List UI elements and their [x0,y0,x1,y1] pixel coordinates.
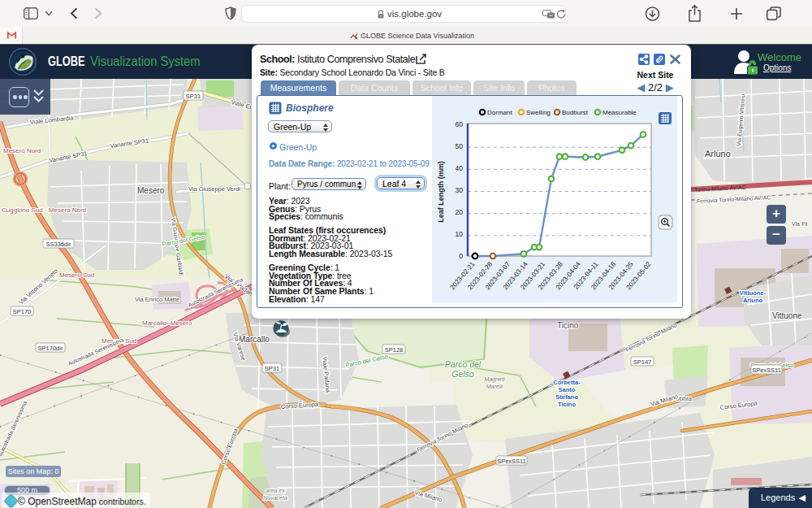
svg-text:Leaf Length (mm): Leaf Length (mm) [437,161,445,223]
svg-text:Marcallo–Mesero: Marcallo–Mesero [142,319,192,327]
svg-text:Marcallo: Marcallo [239,335,270,344]
svg-text:Novaceta: Novaceta [263,495,287,501]
svg-text:50: 50 [456,142,464,150]
svg-text:Vittuone-: Vittuone- [740,289,767,297]
svg-text:Vittuone: Vittuone [772,311,802,320]
svg-text:SP31: SP31 [265,365,279,372]
svg-text:SP147: SP147 [633,358,652,366]
svg-text:40: 40 [456,164,464,172]
svg-text:Swelling: Swelling [526,109,551,116]
svg-text:Via Fil: Via Fil [792,221,808,227]
svg-text:Via Enrico Matte: Via Enrico Matte [135,296,179,303]
svg-text:30: 30 [456,186,464,194]
svg-text:Ticino: Ticino [557,321,579,330]
svg-text:Parco del: Parco del [445,359,482,369]
svg-text:Arluno: Arluno [705,149,731,158]
svg-text:Cuggiono Sud · Mesero Nord: Cuggiono Sud · Mesero Nord [2,206,86,214]
svg-text:Mesero Nord: Mesero Nord [3,147,41,154]
svg-text:Budburst: Budburst [562,109,589,116]
svg-text:SP128: SP128 [385,346,404,354]
svg-text:Via Giuseppe Verdi: Via Giuseppe Verdi [188,185,240,193]
svg-text:Measurable: Measurable [603,109,637,116]
svg-text:Ticino: Ticino [558,401,576,408]
svg-text:SP170: SP170 [13,308,32,315]
svg-text:60: 60 [456,120,464,128]
svg-text:Mesero Sud: Mesero Sud [59,271,94,279]
svg-text:Magneti: Magneti [485,376,505,383]
svg-text:Gelso: Gelso [451,369,474,379]
svg-text:Stefano: Stefano [555,393,578,401]
svg-text:10: 10 [456,230,464,238]
svg-text:SS336dir: SS336dir [46,241,71,248]
svg-text:Arluno: Arluno [743,297,763,304]
svg-text:Mesero: Mesero [137,186,165,195]
svg-text:20: 20 [456,208,464,216]
svg-text:SPexSS11: SPexSS11 [752,367,781,374]
svg-text:Dormant: Dormant [487,109,512,116]
svg-text:area ex: area ex [266,488,285,493]
svg-text:Corbetta-: Corbetta- [553,379,581,386]
svg-text:Santo: Santo [559,386,576,393]
svg-text:SP170dir: SP170dir [38,345,63,352]
svg-text:Marelli: Marelli [486,384,503,389]
svg-text:SP31: SP31 [186,93,201,100]
svg-text:0: 0 [459,252,463,260]
svg-text:SPexSS11: SPexSS11 [497,458,526,465]
